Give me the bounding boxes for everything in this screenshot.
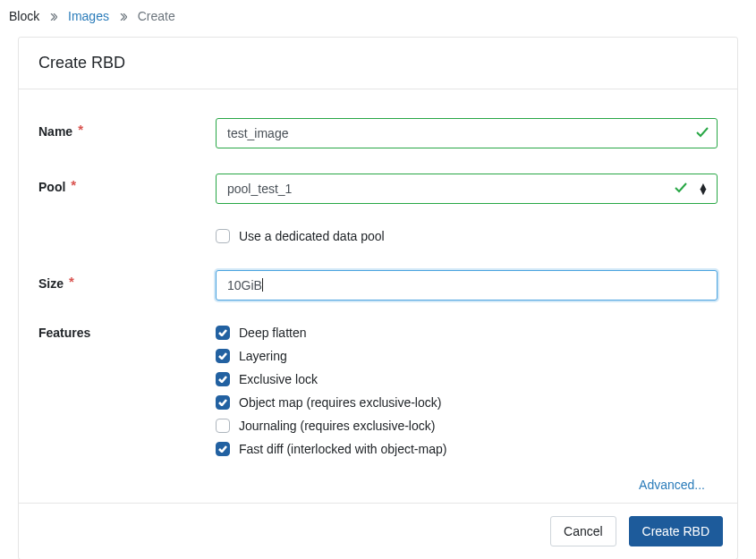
feature-checkbox[interactable]: Object map (requires exclusive-lock) [216, 395, 718, 410]
feature-checkbox[interactable]: Journaling (requires exclusive-lock) [216, 419, 718, 433]
check-icon [696, 126, 709, 140]
breadcrumb-item-create: Create [138, 9, 175, 23]
card-title: Create RBD [19, 38, 737, 89]
row-name: Name [38, 118, 718, 148]
feature-label: Deep flatten [239, 326, 307, 340]
card-body: Name Pool [19, 89, 737, 503]
create-button[interactable]: Create RBD [629, 516, 723, 546]
feature-checkbox[interactable]: Exclusive lock [216, 372, 718, 386]
dedicated-pool-label: Use a dedicated data pool [239, 229, 385, 243]
pool-select[interactable] [216, 174, 718, 204]
card-footer: Cancel Create RBD [19, 503, 737, 559]
label-name: Name [38, 118, 216, 139]
row-pool: Pool ▲▼ [38, 174, 718, 204]
name-input[interactable] [216, 118, 718, 148]
breadcrumb-separator-icon [120, 9, 127, 23]
feature-checkbox[interactable]: Fast diff (interlocked with object-map) [216, 442, 718, 456]
check-icon [675, 182, 687, 196]
advanced-row: Advanced... [38, 478, 718, 492]
select-caret-icon[interactable]: ▲▼ [698, 183, 709, 194]
checkbox-icon [216, 326, 230, 340]
row-size: Size 10GiB [38, 270, 718, 301]
size-input[interactable]: 10GiB [216, 270, 718, 301]
label-size: Size [38, 270, 216, 291]
breadcrumb-separator-icon [50, 9, 57, 23]
size-input-value: 10GiB [227, 278, 262, 292]
dedicated-pool-checkbox[interactable]: Use a dedicated data pool [216, 229, 718, 243]
row-dedicated-pool: Use a dedicated data pool [38, 229, 718, 250]
checkbox-icon [216, 372, 230, 386]
feature-label: Fast diff (interlocked with object-map) [239, 442, 446, 456]
checkbox-icon [216, 419, 230, 433]
feature-label: Object map (requires exclusive-lock) [239, 395, 441, 410]
features-list: Deep flattenLayeringExclusive lockObject… [216, 326, 718, 465]
row-features: Features Deep flattenLayeringExclusive l… [38, 326, 718, 465]
label-pool: Pool [38, 174, 216, 194]
cancel-button[interactable]: Cancel [550, 516, 616, 546]
feature-checkbox[interactable]: Deep flatten [216, 326, 718, 340]
label-features: Features [38, 326, 216, 340]
feature-label: Layering [239, 349, 287, 363]
breadcrumb-item-block[interactable]: Block [9, 9, 39, 23]
checkbox-icon [216, 349, 230, 363]
feature-label: Journaling (requires exclusive-lock) [239, 419, 435, 433]
feature-checkbox[interactable]: Layering [216, 349, 718, 363]
breadcrumb: Block Images Create [9, 9, 738, 37]
page-root: Block Images Create Create RBD Name [0, 0, 756, 559]
checkbox-icon [216, 395, 230, 410]
advanced-link[interactable]: Advanced... [639, 478, 705, 492]
card: Create RBD Name Pool [18, 37, 738, 559]
checkbox-icon [216, 229, 230, 243]
checkbox-icon [216, 442, 230, 456]
feature-label: Exclusive lock [239, 372, 318, 386]
breadcrumb-item-images[interactable]: Images [68, 9, 109, 23]
